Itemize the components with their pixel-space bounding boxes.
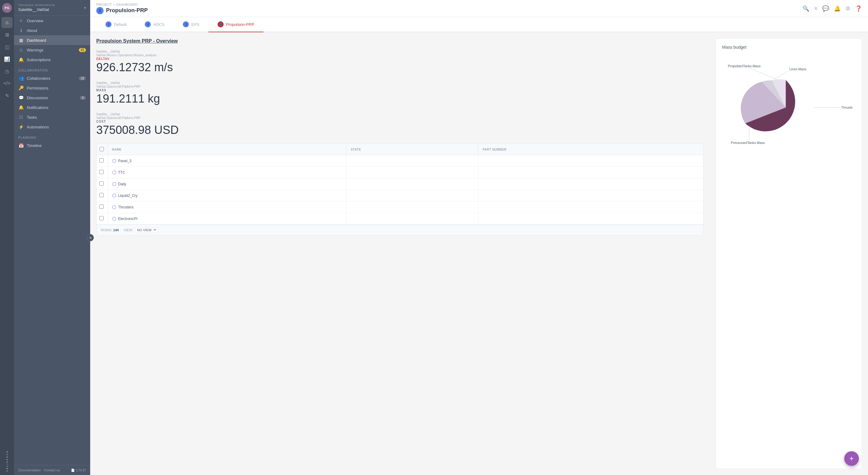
list-icon[interactable]: ≡	[814, 5, 817, 11]
tasks-icon: ☑	[18, 115, 24, 120]
label-pressurant: PressurantTanks.Mass	[731, 141, 765, 144]
user-avatar[interactable]: PG	[2, 3, 12, 13]
sidebar-item-subscriptions[interactable]: 🔔 Subscriptions	[14, 55, 90, 65]
bell-icon[interactable]: 🔔	[834, 5, 841, 12]
clock-icon[interactable]: ◷	[2, 66, 12, 77]
row-3-icon: ⬡	[112, 181, 116, 187]
warnings-badge: 65	[79, 48, 86, 52]
search-icon[interactable]: 🔍	[803, 5, 809, 12]
version-info: 📄 1.74.37	[71, 469, 86, 472]
sidebar-label-subscriptions: Subscriptions	[27, 58, 51, 62]
row-1-checkbox[interactable]	[99, 158, 103, 163]
tab-eps[interactable]: 👤 EPS	[174, 17, 208, 32]
comment-icon[interactable]: 💬	[822, 5, 829, 12]
label-line-propellant	[749, 68, 778, 80]
documentation-link[interactable]: Documentation	[18, 468, 41, 472]
row-5-checkbox[interactable]	[99, 204, 103, 209]
sidebar-item-notifications[interactable]: 🔔 Notifications	[14, 103, 90, 112]
sidebar-item-collaborators[interactable]: 👥 Collaborators 18	[14, 73, 90, 83]
tab-propulsion-icon: 👤	[218, 21, 224, 27]
stat-mass-label: MASS	[96, 89, 704, 92]
warnings-icon: ⚠	[18, 47, 24, 52]
icon-rail: PG ⌂ ⊞ ◫ 📊 ◷ </> ✎ VALISPACE	[0, 0, 14, 475]
row-4-part-number	[478, 190, 703, 201]
row-4-name: ⬡Liquid2_Cry	[107, 190, 346, 201]
content: Propulsion System PRP - Overview Satelli…	[90, 32, 868, 475]
sidebar-footer: Documentation Contact us 📄 1.74.37	[14, 465, 90, 475]
view-select: VIEW: NO VIEW	[124, 227, 158, 233]
tab-aocs[interactable]: 👤 AOCS	[135, 17, 174, 32]
row-checkbox-6	[97, 213, 107, 225]
stat-cost-label: COST	[96, 120, 704, 123]
row-2-checkbox[interactable]	[99, 170, 103, 174]
table-row: ⬡Thrusters	[97, 201, 703, 213]
tab-bar: 👤 Default 👤 AOCS 👤 EPS 👤 Propulsion-PRP	[90, 17, 868, 32]
row-3-checkbox[interactable]	[99, 181, 103, 185]
view-dropdown[interactable]: NO VIEW	[135, 227, 158, 233]
page-title-text: Propulsion-PRP	[106, 7, 148, 14]
sidebar-item-tasks[interactable]: ☑ Tasks	[14, 112, 90, 122]
row-5-part-number	[478, 201, 703, 213]
tab-default[interactable]: 👤 Default	[96, 17, 135, 32]
notifications-icon: 🔔	[18, 105, 24, 110]
sidebar-item-automations[interactable]: ⚡ Automations	[14, 122, 90, 132]
pie-chart-svg: ThrusterEngineAssembly.Mass Lines.Mass P…	[725, 59, 853, 150]
fab-button[interactable]: +	[844, 451, 859, 466]
sidebar-label-dashboard: Dashboard	[27, 38, 46, 43]
home-icon[interactable]: ⌂	[2, 17, 12, 28]
stat-cost-path1: Satellite__ValiSat	[96, 112, 704, 116]
breadcrumb-dashboard: DASHBOARD	[116, 3, 138, 6]
sidebar-label-timeline: Timeline	[27, 143, 42, 148]
settings-icon[interactable]: ⚙	[845, 5, 850, 12]
help-icon[interactable]: ❓	[855, 5, 862, 12]
sidebar-item-warnings[interactable]: ⚠ Warnings 65	[14, 45, 90, 55]
sidebar-item-dashboard[interactable]: ▦ Dashboard	[14, 35, 90, 45]
view-label: VIEW:	[124, 228, 133, 232]
tab-default-icon: 👤	[105, 21, 112, 27]
row-5-name: ⬡Thrusters	[107, 201, 346, 213]
sidebar-label-discussions: Discussions	[27, 96, 48, 100]
sidebar-item-permissions[interactable]: 🔑 Permissions	[14, 83, 90, 93]
contact-link[interactable]: Contact us	[44, 468, 60, 472]
tab-aocs-label: AOCS	[153, 22, 164, 27]
stat-deltav-label: DELTAV	[96, 57, 704, 61]
row-checkbox-3	[97, 178, 107, 190]
stat-cost: Satellite__ValiSat ValiSat.Spacecraft.Pl…	[96, 112, 704, 137]
sidebar-item-timeline[interactable]: 📅 Timeline	[14, 141, 90, 150]
chart-icon[interactable]: 📊	[2, 54, 12, 65]
row-checkbox-4	[97, 190, 107, 201]
workspace-chevron-icon[interactable]: ▾	[84, 6, 86, 10]
collaborators-badge: 18	[79, 76, 86, 80]
tab-propulsion-prp[interactable]: 👤 Propulsion-PRP	[208, 17, 264, 32]
select-all-checkbox[interactable]	[100, 147, 104, 151]
sidebar-item-discussions[interactable]: 💬 Discussions 8	[14, 93, 90, 103]
code-icon[interactable]: </>	[2, 78, 12, 89]
sidebar-wrapper: TRAINING WORKSPACE Satellite__ValiSat ▾ …	[14, 0, 90, 475]
sidebar-collapse-button[interactable]: ◀	[87, 234, 94, 241]
breadcrumb-project: PROJECT	[96, 3, 112, 6]
table-row: ⬡Liquid2_Cry	[97, 190, 703, 201]
sidebar-label-automations: Automations	[27, 125, 49, 129]
stat-cost-value: 375008.98 USD	[96, 124, 704, 137]
row-4-checkbox[interactable]	[99, 193, 103, 197]
table-row: ⬡Daily	[97, 178, 703, 190]
row-6-checkbox[interactable]	[99, 216, 103, 220]
planning-section-label: Planning	[14, 132, 90, 141]
data-table: NAME STATE PART NUMBER ⬡Panel_3	[97, 144, 703, 225]
pen-icon[interactable]: ✎	[2, 90, 12, 101]
document-icon[interactable]: ◫	[2, 41, 12, 52]
sidebar-item-about[interactable]: ℹ About	[14, 26, 90, 35]
data-table-wrapper: NAME STATE PART NUMBER ⬡Panel_3	[96, 144, 704, 236]
stat-mass-path1: Satellite__ValiSat	[96, 81, 704, 84]
sidebar-label-collaborators: Collaborators	[27, 76, 50, 81]
pie-chart-container: ThrusterEngineAssembly.Mass Lines.Mass P…	[722, 56, 856, 153]
chart-section: Mass budget	[716, 38, 862, 469]
workspace-name: Satellite__ValiSat	[18, 7, 49, 12]
sidebar-item-overview[interactable]: ≡ Overview	[14, 16, 90, 26]
page-title-row: PROJECT > DASHBOARD 👤 Propulsion-PRP	[96, 3, 148, 14]
sidebar-label-warnings: Warnings	[27, 48, 43, 52]
grid-icon[interactable]: ⊞	[2, 29, 12, 40]
stat-cost-path2: ValiSat.Spacecraft.Platform.PRP	[96, 116, 704, 120]
workspace-info: TRAINING WORKSPACE Satellite__ValiSat	[18, 4, 55, 12]
collaborators-icon: 👥	[18, 76, 24, 81]
